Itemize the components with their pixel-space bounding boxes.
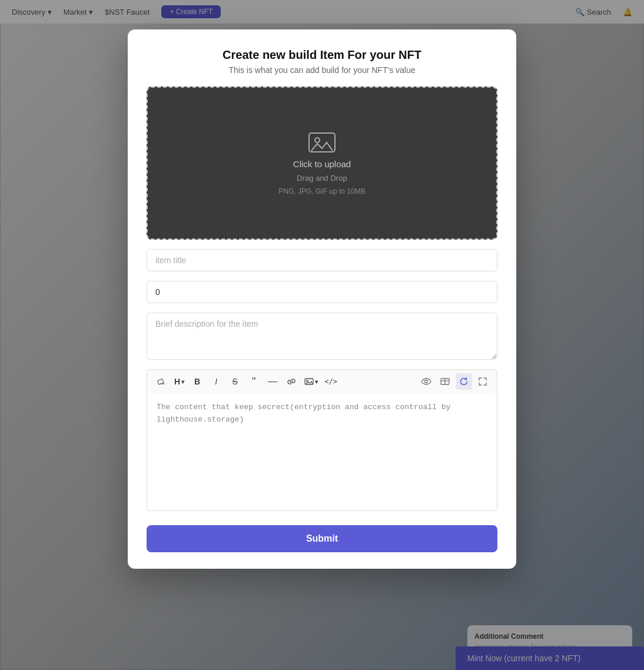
italic-label: I <box>215 377 217 386</box>
toolbar-heading-btn[interactable]: H ▾ <box>172 373 187 390</box>
toolbar-strikethrough-btn[interactable]: S <box>227 373 243 390</box>
modal-backdrop: Create new build Item For your NFT This … <box>0 0 644 670</box>
heading-label: H <box>174 377 180 386</box>
svg-point-5 <box>307 380 308 382</box>
upload-click-text: Click to upload <box>293 159 351 169</box>
toolbar-table-btn[interactable] <box>437 373 453 390</box>
submit-button[interactable]: Submit <box>147 525 497 552</box>
toolbar-bold-btn[interactable]: B <box>189 373 205 390</box>
item-title-input[interactable] <box>147 249 497 271</box>
bold-label: B <box>194 377 200 386</box>
upload-area[interactable]: Click to upload Drag and Drop PNG, JPG, … <box>147 87 497 240</box>
toolbar-code-btn[interactable]: </> <box>323 373 339 390</box>
modal-title: Create new build Item For your NFT <box>147 48 497 62</box>
divider-label: — <box>268 376 277 387</box>
code-label: </> <box>324 377 337 386</box>
modal-subtitle: This is what you can add build for your … <box>147 65 497 75</box>
description-textarea[interactable] <box>147 313 497 360</box>
image-chevron: ▾ <box>315 379 318 385</box>
upload-format-text: PNG, JPG, GIF up to 10MB <box>278 187 365 195</box>
editor-toolbar: H ▾ B I S " — <box>147 369 497 393</box>
toolbar-refresh-btn[interactable] <box>456 373 472 390</box>
upload-drag-text: Drag and Drop <box>297 174 347 183</box>
heading-chevron: ▾ <box>181 379 184 385</box>
item-price-input[interactable] <box>147 281 497 303</box>
toolbar-quote-btn[interactable]: " <box>245 373 262 390</box>
toolbar-view-btn[interactable] <box>418 373 434 390</box>
toolbar-link-btn[interactable] <box>283 373 300 390</box>
svg-point-1 <box>315 138 320 142</box>
editor-placeholder-text: The content that keep secrect(entryption… <box>157 403 450 424</box>
editor-content-area[interactable]: The content that keep secrect(entryption… <box>147 393 497 511</box>
toolbar-divider-btn[interactable]: — <box>264 373 281 390</box>
upload-image-icon <box>308 131 336 154</box>
rich-editor: H ▾ B I S " — <box>147 369 497 511</box>
toolbar-image-btn[interactable]: ▾ <box>302 373 320 390</box>
create-nft-modal: Create new build Item For your NFT This … <box>128 29 516 569</box>
modal-header: Create new build Item For your NFT This … <box>147 48 497 75</box>
strikethrough-label: S <box>232 377 237 386</box>
toolbar-expand-btn[interactable] <box>474 373 491 390</box>
svg-point-6 <box>425 380 428 383</box>
toolbar-eraser-btn[interactable] <box>153 373 170 390</box>
toolbar-italic-btn[interactable]: I <box>208 373 224 390</box>
quote-label: " <box>252 376 255 387</box>
